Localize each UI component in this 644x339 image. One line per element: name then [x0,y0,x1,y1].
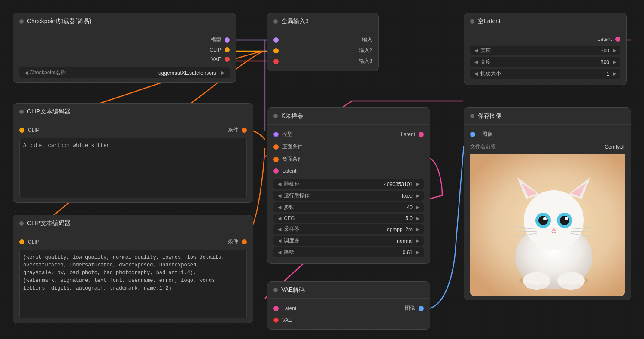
clip-encoder1-text[interactable]: A cute, cartoon white kitten [19,138,247,198]
batch-prev-arrow[interactable]: ◀ [473,71,480,76]
checkpoint-body: 模型 CLIP VAE ◀ Checkpoint名称 juggernautXL.… [13,30,236,82]
checkpoint-status-dot [19,19,24,24]
checkpoint-model-dot[interactable] [225,37,230,43]
clip-encoder1-clip-dot[interactable] [19,128,24,133]
save-image-image-label: 图像 [482,131,492,138]
steps-prev-arrow[interactable]: ◀ [276,205,283,210]
vae-decode-image-label: 图像 [405,305,415,312]
width-next-arrow[interactable]: ▶ [611,48,618,53]
global-input-port2: 输入2 [273,45,372,56]
after-value: fixed [402,193,414,199]
ksampler-seed-control: ◀ 随机种 4090353101 ▶ [273,179,424,189]
checkpoint-next-arrow[interactable]: ▶ [219,70,226,76]
clip-encoder1-condition-dot[interactable] [242,128,247,133]
ksampler-header: K采样器 [267,108,430,125]
cfg-prev-arrow[interactable]: ◀ [276,216,283,221]
denoise-prev-arrow[interactable]: ◀ [276,250,283,255]
save-image-header: 保存图像 [464,108,631,125]
empty-latent-output-port: Latent [470,34,620,44]
checkpoint-prev-arrow[interactable]: ◀ [23,70,30,76]
save-image-image-dot[interactable] [470,132,475,137]
scheduler-next-arrow[interactable]: ▶ [414,238,421,244]
after-prev-arrow[interactable]: ◀ [276,193,283,199]
empty-latent-header: 空Latent [464,13,626,30]
empty-latent-output-label: Latent [598,36,612,42]
height-next-arrow[interactable]: ▶ [611,59,618,65]
empty-latent-node: 空Latent Latent ◀ 宽度 600 ▶ ◀ 高度 800 ▶ ◀ 批… [464,13,627,85]
global-input-header: 全局输入3 [267,13,378,30]
cfg-next-arrow[interactable]: ▶ [414,216,421,221]
empty-latent-output-dot[interactable] [615,37,620,42]
empty-latent-width-control: ◀ 宽度 600 ▶ [470,46,620,55]
seed-next-arrow[interactable]: ▶ [414,181,421,187]
ksampler-positive-dot[interactable] [273,144,279,150]
sampler-prev-arrow[interactable]: ◀ [276,226,283,232]
vae-decode-status-dot [273,288,278,292]
global-input-dot2[interactable] [273,48,279,53]
scheduler-prev-arrow[interactable]: ◀ [276,238,283,244]
clip-encoder2-text[interactable]: (worst quality, low quality, normal qual… [19,250,247,318]
global-input-dot1[interactable] [273,37,279,43]
seed-prev-arrow[interactable]: ◀ [276,181,283,187]
ksampler-latent-port: Latent [273,166,424,176]
batch-next-arrow[interactable]: ▶ [611,71,618,76]
clip-encoder2-ports: CLIP 条件 [19,236,247,247]
clip-encoder2-clip-dot[interactable] [19,239,24,244]
ksampler-latent-dot[interactable] [273,168,279,174]
clip-encoder1-title: CLIP文本编码器 [27,108,70,116]
empty-latent-batch-control: ◀ 批次大小 1 ▶ [470,69,620,79]
checkpoint-vae-dot[interactable] [225,57,230,62]
checkpoint-clip-label: CLIP [210,47,221,53]
clip-encoder1-body: CLIP 条件 A cute, cartoon white kitten [13,120,253,202]
ksampler-model-dot[interactable] [273,132,279,137]
height-prev-arrow[interactable]: ◀ [473,59,480,65]
ksampler-model-port: 模型 Latent [273,129,424,140]
clip-encoder1-clip-label: CLIP [28,127,39,133]
ksampler-cfg-control: ◀ CFG 5.0 ▶ [273,214,424,223]
clip-encoder2-title: CLIP文本编码器 [27,220,70,227]
svg-point-11 [560,216,569,225]
global-input-port3: 输入3 [273,56,372,67]
clip-encoder2-clip-label: CLIP [28,239,39,245]
save-image-filename-row: 文件名前缀 ComfyUI [470,143,625,150]
svg-point-13 [565,217,568,220]
svg-point-12 [543,217,547,220]
checkpoint-title: Checkpoint加载器(简易) [27,18,91,25]
save-image-filename-label: 文件名前缀 [470,143,496,150]
steps-next-arrow[interactable]: ▶ [414,205,421,210]
save-image-node: 保存图像 图像 文件名前缀 ComfyUI [464,107,631,300]
width-value: 600 [601,48,611,54]
clip-encoder2-output-group: 条件 [228,238,247,245]
checkpoint-name-label: Checkpoint名称 [30,69,66,76]
seed-label: 随机种 [283,180,384,188]
width-prev-arrow[interactable]: ◀ [473,48,480,53]
save-image-title: 保存图像 [478,112,502,120]
denoise-next-arrow[interactable]: ▶ [414,250,421,255]
vae-decode-latent-dot[interactable] [273,306,279,311]
ksampler-output-group: Latent [401,131,424,137]
checkpoint-clip-dot[interactable] [225,47,230,52]
vae-decode-vae-dot[interactable] [273,318,279,323]
after-next-arrow[interactable]: ▶ [414,193,421,199]
clip-encoder2-condition-dot[interactable] [242,239,247,244]
save-image-body: 图像 文件名前缀 ComfyUI [464,125,631,300]
ksampler-negative-dot[interactable] [273,157,279,162]
ksampler-body: 模型 Latent 正面条件 负面条件 Latent ◀ 随机种 4090353… [267,125,430,263]
vae-decode-image-dot[interactable] [419,306,424,311]
clip-encoder2-status-dot [19,221,24,226]
global-input-dot3[interactable] [273,59,279,64]
vae-decode-image-output: 图像 [405,305,424,312]
vae-decode-latent-label: Latent [282,305,296,312]
ksampler-node: K采样器 模型 Latent 正面条件 负面条件 Latent ◀ 随机 [267,107,430,264]
ksampler-latent-output-dot[interactable] [419,132,424,137]
svg-point-10 [538,216,548,225]
global-input-port1: 输入 [273,34,372,45]
vae-decode-header: VAE解码 [267,282,430,299]
global-input-title: 全局输入3 [281,18,309,25]
vae-decode-body: Latent 图像 VAE [267,299,430,329]
global-input-body: 输入 输入2 输入3 [267,30,378,71]
ksampler-latent-label: Latent [282,168,296,174]
sampler-next-arrow[interactable]: ▶ [414,226,421,232]
clip-encoder1-ports: CLIP 条件 [19,125,247,135]
ksampler-model-input: 模型 [273,131,292,138]
